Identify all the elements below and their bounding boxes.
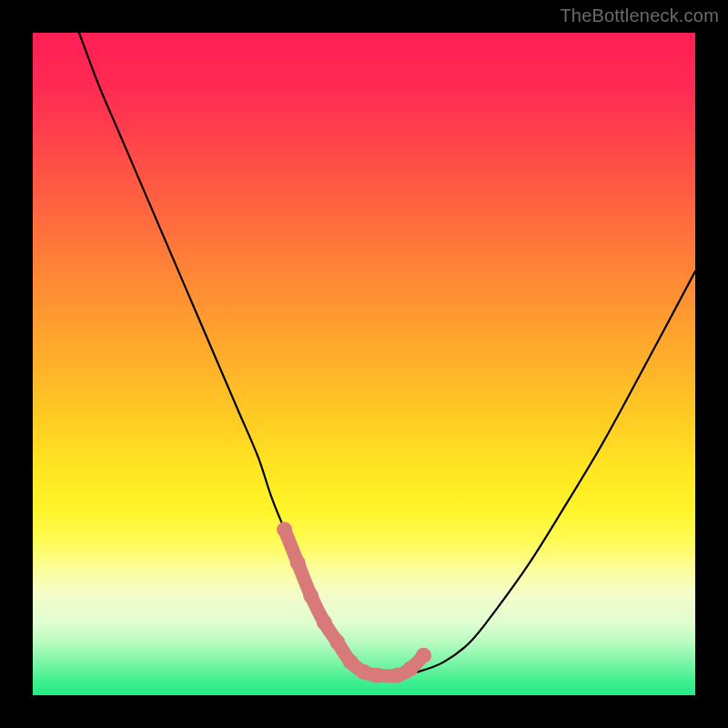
optimal-marker-dot — [343, 654, 359, 670]
optimal-zone-markers — [277, 522, 431, 683]
optimal-zone-line — [285, 530, 424, 676]
optimal-marker-dot — [317, 614, 332, 630]
optimal-marker-dot — [329, 634, 345, 650]
optimal-marker-dot — [369, 668, 385, 683]
bottleneck-curve — [79, 33, 695, 676]
plot-area — [33, 33, 695, 695]
optimal-marker-dot — [402, 661, 418, 676]
optimal-marker-dot — [416, 648, 431, 663]
chart-frame: TheBottleneck.com — [0, 0, 728, 728]
optimal-marker-dot — [389, 668, 405, 683]
optimal-marker-dot — [357, 664, 372, 680]
optimal-marker-dot — [277, 522, 292, 538]
chart-svg — [33, 33, 695, 695]
optimal-marker-dot — [290, 555, 306, 571]
watermark-text: TheBottleneck.com — [560, 5, 719, 26]
optimal-marker-dot — [303, 588, 318, 603]
